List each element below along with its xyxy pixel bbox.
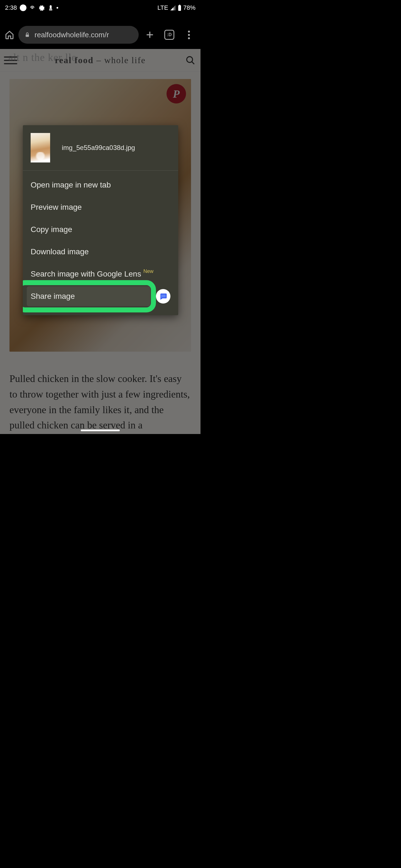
svg-rect-3 — [26, 34, 29, 37]
menu-download-image[interactable]: Download image — [23, 241, 178, 263]
logo-rest: whole life — [104, 55, 146, 65]
more-notifications-dot-icon — [57, 7, 58, 9]
more-vert-icon — [188, 31, 190, 39]
battery-percent: 78% — [183, 4, 196, 11]
url-text: realfoodwholelife.com/r — [34, 31, 109, 39]
logo-bold: real food — [55, 55, 93, 65]
gear-icon — [38, 4, 45, 11]
menu-items: Open image in new tab Preview image Copy… — [23, 170, 178, 315]
tabs-button[interactable]: :D — [163, 29, 175, 41]
notification-dot-icon — [20, 4, 26, 11]
battery-icon — [178, 4, 181, 11]
menu-search-lens-label: Search image with Google Lens — [31, 270, 141, 278]
share-target-messages[interactable] — [156, 289, 170, 304]
status-right: LTE 78% — [157, 4, 196, 11]
svg-rect-2 — [179, 5, 180, 6]
site-header: alt n the ker lle real food – whole life — [0, 49, 200, 72]
svg-point-4 — [187, 57, 193, 62]
status-bar: 2:38 LTE 78% — [0, 0, 200, 16]
menu-search-lens[interactable]: Search image with Google Lens New — [23, 263, 178, 285]
chat-bubble-icon — [159, 292, 167, 301]
image-thumbnail — [31, 133, 50, 162]
image-context-menu: img_5e55a99ca038d.jpg Open image in new … — [23, 125, 178, 315]
pinterest-save-button[interactable]: P — [167, 84, 186, 103]
status-time: 2:38 — [5, 4, 17, 11]
menu-open-new-tab[interactable]: Open image in new tab — [23, 174, 178, 196]
gesture-nav-bar[interactable] — [81, 430, 120, 431]
tab-counter: :D — [164, 30, 174, 40]
broadcast-icon — [29, 5, 35, 11]
menu-preview-image[interactable]: Preview image — [23, 196, 178, 218]
translate-icon — [48, 5, 54, 11]
menu-share-row: Share image — [23, 285, 178, 312]
menu-share-image[interactable]: Share image — [27, 286, 150, 306]
url-bar[interactable]: realfoodwholelife.com/r — [18, 26, 139, 44]
site-search-button[interactable] — [184, 54, 197, 66]
svg-rect-1 — [178, 5, 181, 11]
status-left: 2:38 — [5, 4, 58, 11]
browser-menu-button[interactable] — [183, 29, 195, 41]
site-logo[interactable]: real food – whole life — [55, 55, 146, 65]
menu-header: img_5e55a99ca038d.jpg — [23, 125, 178, 170]
share-highlight-wrapper: Share image — [27, 286, 150, 306]
menu-copy-image[interactable]: Copy image — [23, 218, 178, 241]
lock-icon — [25, 31, 30, 38]
network-label: LTE — [157, 4, 168, 11]
new-tab-button[interactable] — [144, 29, 156, 41]
svg-point-0 — [31, 7, 33, 9]
logo-sep: – — [93, 55, 104, 65]
signal-icon — [170, 5, 176, 11]
article-excerpt: Pulled chicken in the slow cooker. It's … — [0, 352, 200, 433]
new-badge: New — [143, 269, 153, 274]
image-filename: img_5e55a99ca038d.jpg — [62, 144, 135, 152]
home-button[interactable] — [3, 29, 16, 41]
browser-toolbar: realfoodwholelife.com/r :D — [0, 22, 200, 47]
pinterest-icon: P — [173, 87, 180, 100]
